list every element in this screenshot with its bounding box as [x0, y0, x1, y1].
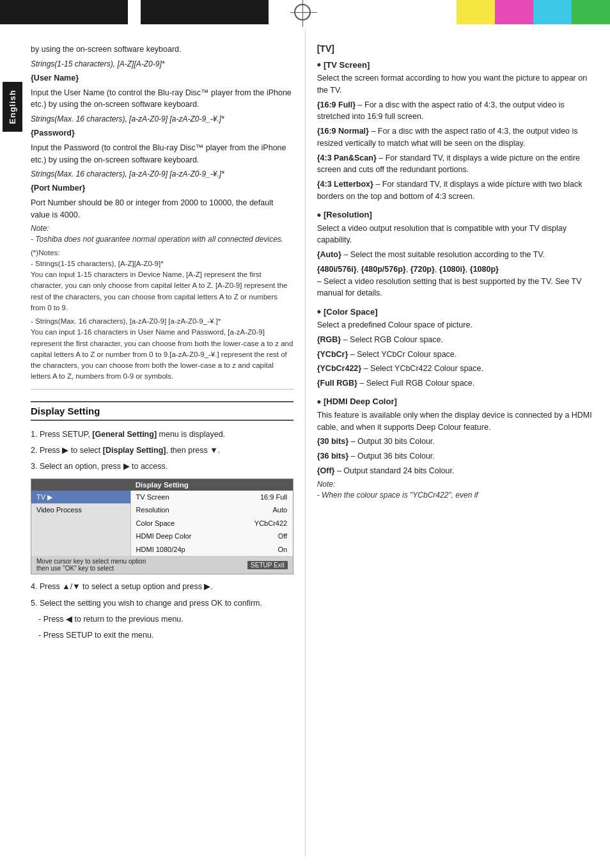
target-circle — [294, 4, 311, 20]
step-2-bold: [Display Setting] — [103, 446, 166, 455]
bullet-dot-3: • — [317, 306, 321, 317]
color-space-opt1: {RGB} – Select RGB Colour space. — [317, 334, 598, 346]
step-1-bold: [General Setting] — [92, 430, 157, 439]
sidebar-language-label: English — [3, 82, 22, 132]
header-block-yellow — [457, 0, 495, 24]
password-label: {Password} — [31, 127, 293, 139]
color-space-opt3-label: {YCbCr422} — [317, 364, 361, 373]
user-name-label: {User Name} — [31, 72, 293, 84]
hdmi-deep-opt1-label: {30 bits} — [317, 437, 348, 446]
menu-cell-colorspace: Color Space — [130, 517, 222, 530]
bullet-tv-screen: • [TV Screen] Select the screen format a… — [317, 59, 598, 203]
strings-note-3: Strings(Max. 16 characters), [a-zA-Z0-9]… — [31, 168, 293, 180]
resolution-opt1: {Auto} – Select the most suitable resolu… — [317, 249, 598, 261]
strings-note-1: Strings(1-15 characters), [A-Z][A-Z0-9]* — [31, 58, 293, 70]
password-desc: Input the Password (to control the Blu-r… — [31, 142, 293, 166]
header-block-black2 — [141, 0, 269, 24]
menu-cell-tvscreen-val: 16:9 Full — [222, 491, 292, 504]
port-label-bold: {Port Number} — [31, 184, 85, 193]
bullet-resolution-heading: [Resolution] — [324, 210, 372, 219]
asterisk-note-1: - Strings(1-15 characters), [A-Z][A-Z0-9… — [31, 258, 293, 313]
menu-title-bar: Display Setting — [31, 479, 293, 491]
step-3: 3. Select an option, press ▶ to access. — [31, 461, 293, 473]
header-block-green — [572, 0, 610, 24]
port-desc: Port Number should be 80 or integer from… — [31, 197, 293, 221]
header-block-black1 — [0, 0, 128, 24]
hdmi-deep-opt2-label: {36 bits} — [317, 452, 348, 461]
menu-cell-resolution-val: Auto — [222, 503, 292, 517]
bullet-color-space: • [Color Space] Select a predefined Colo… — [317, 306, 598, 390]
bullet-resolution-title: • [Resolution] — [317, 209, 598, 221]
bullet-color-space-heading: [Color Space] — [324, 307, 378, 317]
header-block-white1 — [128, 0, 141, 24]
color-space-desc: Select a predefined Colour space of pict… — [317, 319, 598, 331]
color-space-opt2-label: {YCbCr} — [317, 350, 348, 359]
tv-screen-opt1: {16:9 Full} – For a disc with the aspect… — [317, 99, 598, 123]
hdmi-deep-note: Note: — [317, 480, 598, 489]
menu-row-cs: Color Space YCbCr422 — [31, 517, 292, 530]
step-1: 1. Press SETUP, [General Setting] menu i… — [31, 429, 293, 441]
resolution-opt2-label: {480i/576i} — [317, 265, 357, 274]
resolution-opt1-label: {Auto} — [317, 250, 341, 259]
menu-row-hdc: HDMI Deep Color Off — [31, 530, 292, 543]
resolution-desc: Select a video output resolution that is… — [317, 223, 598, 247]
menu-table: TV ▶ TV Screen 16:9 Full Video Process R… — [31, 491, 293, 556]
password-label-bold: {Password} — [31, 129, 75, 138]
step-5b: - Press SETUP to exit the menu. — [31, 629, 293, 642]
hdmi-deep-opt3-label: {Off} — [317, 466, 335, 475]
bullet-hdmi-deep-title: • [HDMI Deep Color] — [317, 396, 598, 407]
display-setting-heading: Display Setting — [31, 401, 293, 421]
main-content: by using the on-screen software keyboard… — [24, 31, 610, 856]
menu-cell-cs-left — [31, 517, 130, 530]
bullet-dot-4: • — [317, 396, 321, 407]
hdmi-deep-note-text: - When the colour space is "YCbCr422", e… — [317, 491, 598, 500]
tv-section-label: [TV] — [317, 43, 598, 54]
menu-footer: Move cursor key to select menu optionthe… — [31, 556, 293, 574]
step-4: 4. Press ▲/▼ to select a setup option an… — [31, 581, 293, 593]
step-5-intro: 5. Select the setting you wish to change… — [31, 597, 293, 610]
header-block-magenta — [495, 0, 533, 24]
tv-screen-opt1-label: {16:9 Full} — [317, 100, 356, 109]
bullet-tv-screen-heading: [TV Screen] — [324, 60, 370, 70]
bullet-hdmi-deep-heading: [HDMI Deep Color] — [324, 397, 397, 406]
menu-cell-hdmideep: HDMI Deep Color — [130, 530, 222, 543]
menu-screenshot-box: Display Setting TV ▶ TV Screen 16:9 Full… — [31, 478, 293, 575]
bullet-tv-screen-title: • [TV Screen] — [317, 59, 598, 70]
bullet-resolution: • [Resolution] Select a video output res… — [317, 209, 598, 300]
menu-row-tv: TV ▶ TV Screen 16:9 Full — [31, 491, 292, 504]
sidebar: English — [0, 31, 24, 856]
menu-row-vp: Video Process Resolution Auto — [31, 503, 292, 517]
step-2: 2. Press ▶ to select [Display Setting], … — [31, 445, 293, 457]
user-name-desc: Input the User Name (to control the Blu-… — [31, 87, 293, 111]
left-column: by using the on-screen software keyboard… — [24, 31, 306, 856]
hdmi-deep-opt1: {30 bits} – Output 30 bits Colour. — [317, 436, 598, 448]
resolution-opt2b: {480p/576p} — [361, 265, 405, 274]
resolution-opt2d: {1080i} — [439, 265, 465, 274]
hdmi-deep-desc: This feature is available only when the … — [317, 409, 598, 434]
divider-1 — [31, 389, 293, 390]
hdmi-deep-opt3: {Off} – Output standard 24 bits Colour. — [317, 465, 598, 477]
bullet-dot-1: • — [317, 59, 321, 70]
header-block-cyan — [533, 0, 572, 24]
right-column: [TV] • [TV Screen] Select the screen for… — [306, 31, 610, 856]
tv-screen-opt4-label: {4:3 Letterbox} — [317, 180, 373, 189]
menu-cell-tv: TV ▶ — [31, 491, 130, 504]
page-container: English by using the on-screen software … — [0, 24, 610, 856]
menu-cell-hdmi24-val: On — [222, 543, 292, 556]
user-name-label-bold: {User Name} — [31, 74, 79, 83]
menu-cell-hdmi24: HDMI 1080/24p — [130, 543, 222, 556]
menu-cell-vp: Video Process — [31, 503, 130, 517]
step-5a: - Press ◀ to return to the previous menu… — [31, 613, 293, 626]
asterisk-notes-block: (*)Notes: - Strings(1-15 characters), [A… — [31, 248, 293, 383]
tv-screen-opt3-label: {4:3 Pan&Scan} — [317, 154, 377, 162]
port-label: {Port Number} — [31, 182, 293, 194]
bullet-hdmi-deep: • [HDMI Deep Color] This feature is avai… — [317, 396, 598, 500]
tv-screen-desc: Select the screen format according to ho… — [317, 72, 598, 97]
color-space-opt3: {YCbCr422} – Select YCbCr422 Colour spac… — [317, 363, 598, 375]
tv-screen-opt2-label: {16:9 Normal} — [317, 127, 369, 136]
note-label: Note: — [31, 224, 293, 233]
hdmi-deep-opt2: {36 bits} – Output 36 bits Colour. — [317, 450, 598, 462]
menu-cell-hdmideep-val: Off — [222, 530, 292, 543]
menu-row-h24: HDMI 1080/24p On — [31, 543, 292, 556]
tv-screen-opt2: {16:9 Normal} – For a disc with the aspe… — [317, 125, 598, 150]
